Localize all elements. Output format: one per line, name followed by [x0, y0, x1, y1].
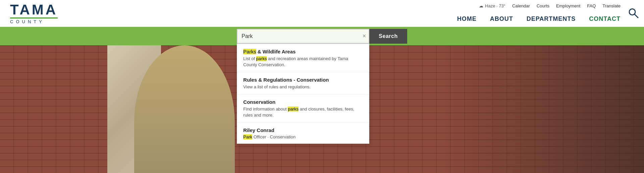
logo-county: COUNTY [10, 19, 45, 24]
search-icon [628, 7, 639, 18]
weather-info: ☁ Haze · 73° [479, 3, 505, 8]
translate-link[interactable]: Translate [602, 3, 621, 8]
suggestion-item[interactable]: Rules & Regulations - Conservation View … [237, 72, 369, 94]
nav-about[interactable]: ABOUT [490, 15, 513, 23]
nav-contact[interactable]: CONTACT [589, 15, 621, 23]
suggestion-desc: View a list of rules and regulations. [243, 84, 363, 90]
search-button[interactable]: Search [369, 29, 407, 44]
suggestion-title: Conservation [243, 99, 363, 105]
nav-departments[interactable]: DEPARTMENTS [527, 15, 576, 23]
suggestions-dropdown: Parks & Wildlife Areas List of parks and… [237, 44, 369, 144]
faq-link[interactable]: FAQ [587, 3, 596, 8]
suggestion-item[interactable]: Conservation Find information about park… [237, 94, 369, 123]
weather-text: Haze · 73° [485, 3, 505, 8]
suggestion-desc: List of parks and recreation areas maint… [243, 56, 363, 68]
search-icon-button[interactable] [628, 7, 639, 19]
header: TAMA COUNTY ☁ Haze · 73° Calendar Courts… [0, 0, 644, 27]
clear-button[interactable]: × [363, 33, 366, 40]
main-nav: HOME ABOUT DEPARTMENTS CONTACT [457, 15, 621, 23]
logo-area: TAMA COUNTY [10, 3, 58, 24]
nav-home[interactable]: HOME [457, 15, 477, 23]
calendar-link[interactable]: Calendar [512, 3, 530, 8]
suggestion-title: Parks & Wildlife Areas [243, 49, 363, 54]
courts-link[interactable]: Courts [537, 3, 549, 8]
suggestion-title: Rules & Regulations - Conservation [243, 77, 363, 83]
utility-bar: ☁ Haze · 73° Calendar Courts Employment … [479, 3, 621, 8]
svg-line-1 [635, 14, 638, 17]
suggestion-item[interactable]: Riley Conrad Park Officer · Conservation [237, 123, 369, 143]
suggestion-title: Riley Conrad [243, 127, 363, 133]
suggestion-sub: Park Officer · Conservation [243, 134, 363, 139]
logo-tama[interactable]: TAMA [10, 3, 58, 18]
employment-link[interactable]: Employment [556, 3, 580, 8]
weather-icon: ☁ [479, 3, 483, 8]
suggestion-desc: Find information about parks and closure… [243, 106, 363, 118]
title-highlight: Parks & Wildlife Areas [243, 49, 296, 54]
dark-overlay [443, 45, 644, 173]
suggestion-item[interactable]: Parks & Wildlife Areas List of parks and… [237, 44, 369, 72]
search-bar: × Parks & Wildlife Areas List of parks a… [0, 27, 644, 45]
search-container: × Parks & Wildlife Areas List of parks a… [237, 29, 369, 44]
search-input[interactable] [237, 29, 369, 44]
